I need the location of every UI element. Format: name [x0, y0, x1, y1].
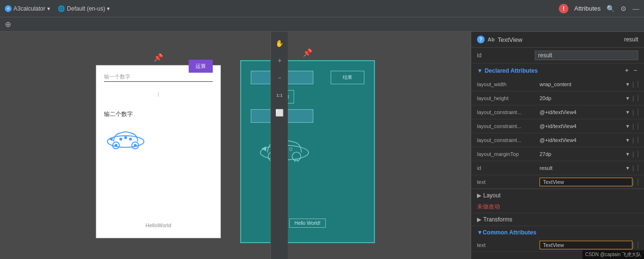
layout-constraint1-value: @+id/textView4	[540, 109, 623, 115]
text-attr-label: text	[477, 179, 540, 185]
preview-input-row: 输一个数字 运算	[104, 73, 213, 82]
id-attr2-value: result	[540, 165, 623, 171]
pin-icon-right: 📌	[303, 48, 312, 57]
locale-label: Default (en-us)	[67, 5, 105, 12]
canvas-toolbar: ✋ ＋ － 1:1 ⬜	[270, 32, 288, 259]
text-attr-input[interactable]	[540, 178, 632, 186]
declared-attrs-label: Declared Attributes	[485, 67, 538, 74]
preview-input-placeholder: 输一个数字	[104, 74, 130, 79]
textview-label: TextView	[498, 36, 523, 43]
attr-row-layout-height: layout_height 20dp ▾ |	[471, 91, 644, 105]
attr-line5: |	[632, 137, 638, 143]
common-text-label: text	[477, 242, 540, 248]
info-icon[interactable]: ?	[477, 36, 485, 43]
layout-constraint1-dropdown[interactable]: ▾	[623, 107, 632, 117]
layout-constraint2-dropdown[interactable]: ▾	[623, 121, 632, 131]
design-panel: item1 结果 ⊟ item2	[240, 60, 375, 243]
app-icon: A	[5, 5, 12, 12]
common-text-input[interactable]	[540, 241, 632, 249]
top-bar: A A3calculator ▾ 🌐 Default (en-us) ▾ ! A…	[0, 0, 644, 17]
margin-top-dropdown[interactable]: ▾	[623, 149, 632, 159]
attr-row-text: text |	[471, 175, 644, 189]
attr-row-layout-constraint3: layout_constraint... @+id/textView4 ▾ |	[471, 133, 644, 147]
attr-line8: |	[632, 179, 638, 185]
attr-row-layout-width: layout_width wrap_content ▾ |	[471, 78, 644, 91]
right-subheader: ? Ab TextView result	[471, 32, 644, 48]
minus-button[interactable]: －	[273, 71, 286, 85]
transforms-label: Transforms	[483, 216, 512, 223]
attr-row-layout-constraint1: layout_constraint... @+id/textView4 ▾ |	[471, 105, 644, 119]
id-attr-input[interactable]	[535, 51, 638, 60]
attr-line4: |	[632, 123, 638, 130]
settings-icon[interactable]: ⚙	[620, 5, 627, 13]
attributes-header-label: Attributes	[574, 5, 601, 12]
preview-button[interactable]: 运算	[189, 60, 213, 73]
add-attr-icon[interactable]: ＋	[624, 66, 630, 75]
layout-section[interactable]: ▶ Layout	[471, 189, 644, 202]
common-attrs-label: Common Attributes	[483, 229, 537, 236]
attr-line7: |	[632, 165, 638, 171]
main-area: 📌 输一个数字 运算 | 输二个数字	[0, 32, 644, 259]
declared-chevron: ▼	[477, 67, 483, 74]
layout-width-value: wrap_content	[540, 81, 623, 87]
preview-label-center: |	[104, 91, 213, 97]
watermark: CSDN @captain 飞虎大队	[582, 250, 644, 259]
top-bar-right: ! Attributes 🔍 ⚙ —	[559, 4, 639, 13]
attr-row-margin-top: layout_marginTop 27dp ▾ |	[471, 147, 644, 161]
warning-icon[interactable]: !	[559, 4, 568, 13]
svg-point-13	[289, 148, 292, 151]
layout-height-dropdown[interactable]: ▾	[623, 93, 632, 103]
transforms-chevron: ▶	[477, 216, 481, 223]
layout-height-value: 20dp	[540, 95, 623, 101]
hand-tool-button[interactable]: ✋	[273, 37, 286, 50]
frame-button[interactable]: ⬜	[273, 106, 286, 119]
common-attrs-header[interactable]: ▼ Common Attributes	[471, 226, 644, 239]
not-modified-label: 未做改动	[471, 202, 644, 213]
attr-line6: |	[632, 151, 638, 157]
layout-label: Layout	[483, 192, 501, 199]
layout-width-dropdown[interactable]: ▾	[623, 79, 632, 89]
layout-chevron: ▶	[477, 192, 481, 199]
svg-point-2	[115, 144, 117, 147]
layout-constraint3-dropdown[interactable]: ▾	[623, 135, 632, 145]
id-attr-label: id	[477, 52, 535, 59]
svg-point-7	[129, 138, 132, 141]
transforms-section[interactable]: ▶ Transforms	[471, 213, 644, 226]
remove-attr-icon[interactable]: －	[632, 66, 638, 75]
attr-line3: |	[632, 109, 638, 116]
app-selector[interactable]: A A3calculator ▾	[5, 5, 50, 12]
layout-constraint2-label: layout_constraint...	[477, 123, 540, 129]
svg-point-6	[124, 136, 127, 139]
locale-dropdown-icon: ▾	[107, 5, 110, 12]
ruler-icon: ⊕	[5, 20, 11, 29]
canvas-area: 📌 输一个数字 运算 | 输二个数字	[0, 32, 471, 259]
common-attr-text-row: text |	[471, 239, 644, 252]
declared-attrs-header[interactable]: ▼ Declared Attributes ＋ －	[471, 64, 644, 78]
common-attrs-chevron: ▼	[477, 229, 483, 236]
add-button[interactable]: ＋	[273, 54, 286, 67]
layout-constraint3-label: layout_constraint...	[477, 137, 540, 143]
attr-line1: |	[632, 81, 638, 88]
attr-line2: |	[632, 95, 638, 102]
svg-point-4	[134, 144, 137, 147]
preview-panel-wrapper: 📌 输一个数字 运算 | 输二个数字	[96, 53, 221, 238]
ratio-button[interactable]: 1:1	[273, 89, 286, 102]
car-illustration	[104, 122, 147, 151]
close-icon[interactable]: —	[632, 5, 639, 13]
preview-bottom-text: HelloWorld	[96, 222, 220, 228]
search-icon[interactable]: 🔍	[606, 5, 615, 13]
margin-top-value: 27dp	[540, 151, 623, 157]
margin-top-label: layout_marginTop	[477, 151, 540, 157]
preview-panel: 输一个数字 运算 | 输二个数字	[96, 65, 221, 238]
attr-row-layout-constraint2: layout_constraint... @+id/textView4 ▾ |	[471, 119, 644, 133]
attrs-content: id ▼ Declared Attributes ＋ － layout_widt…	[471, 48, 644, 259]
id-attr2-label: id	[477, 165, 540, 171]
id-attr2-dropdown[interactable]: ▾	[623, 163, 632, 173]
layout-constraint1-label: layout_constraint...	[477, 109, 540, 115]
hello-world-button: Hello World!	[289, 219, 326, 228]
layout-constraint3-value: @+id/textView4	[540, 137, 623, 143]
layout-height-label: layout_height	[477, 95, 540, 101]
svg-point-5	[119, 138, 122, 141]
locale-selector[interactable]: 🌐 Default (en-us) ▾	[58, 5, 110, 12]
result-label: result	[624, 36, 638, 43]
